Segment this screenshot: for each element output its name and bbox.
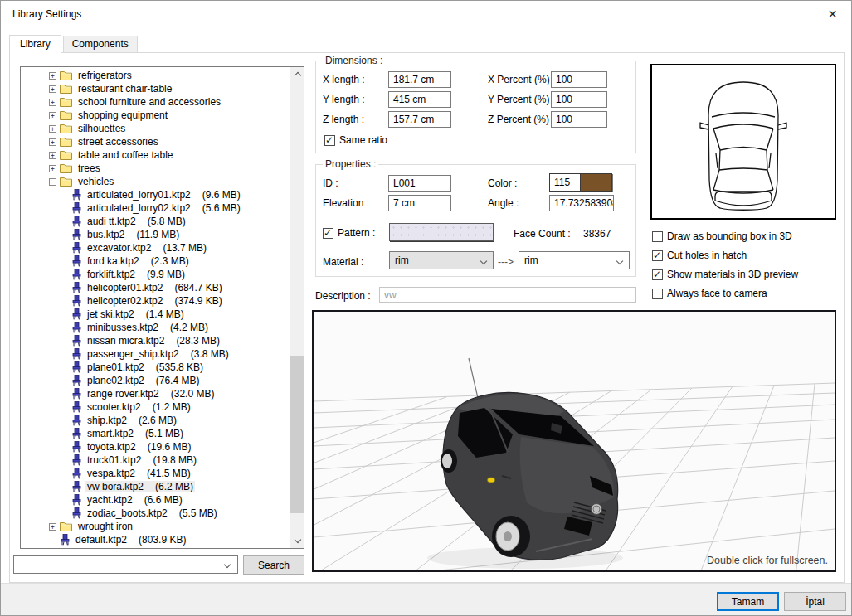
tree-file[interactable]: default.ktp2(803.9 KB) — [21, 533, 290, 546]
tree-file[interactable]: jet ski.ktp2(1.4 MB) — [21, 308, 290, 321]
option-cut-holes-in-hatch[interactable]: Cut holes in hatch — [652, 250, 747, 261]
expand-toggle-icon[interactable]: + — [49, 99, 56, 106]
tree-folder[interactable]: +street accessories — [21, 135, 290, 148]
material-to-dropdown[interactable]: rim — [519, 251, 630, 269]
tree-file[interactable]: range rover.ktp2(32.0 MB) — [21, 387, 290, 400]
tree-item-label: shopping equipment — [78, 109, 168, 121]
color-index-field[interactable]: 115 — [550, 174, 580, 191]
scroll-down-icon[interactable] — [290, 534, 304, 548]
color-control[interactable]: 115 — [549, 173, 612, 192]
expand-toggle-icon[interactable]: + — [49, 523, 56, 531]
search-button[interactable]: Search — [243, 555, 304, 575]
library-item-icon — [72, 375, 81, 386]
search-combo[interactable] — [13, 555, 238, 574]
tree-folder[interactable]: +trees — [21, 162, 290, 175]
tab-library[interactable]: Library — [9, 35, 61, 54]
expand-toggle-icon[interactable]: + — [49, 138, 56, 146]
expand-toggle-icon[interactable]: + — [49, 125, 56, 133]
tree-scrollbar[interactable] — [290, 67, 304, 548]
tree-folder[interactable]: +school furniture and accessories — [21, 95, 290, 109]
tree-file[interactable]: smart.ktp2(5.1 MB) — [21, 427, 290, 440]
pattern-preview[interactable] — [389, 223, 494, 241]
x-length-field[interactable]: 181.7 cm — [388, 71, 451, 88]
option-draw-bounding-box[interactable]: Draw as bounding box in 3D — [652, 230, 792, 242]
checkbox-box — [323, 228, 333, 239]
tree-item-label: truck01.ktp2 — [87, 454, 141, 466]
elevation-field[interactable]: 7 cm — [388, 195, 451, 211]
tree-file[interactable]: nissan micra.ktp2(28.3 MB) — [21, 334, 290, 347]
tree-file[interactable]: vw bora.ktp2(6.2 MB) — [21, 480, 290, 493]
tree-file[interactable]: forklift.ktp2(9.9 MB) — [21, 268, 290, 281]
z-percent-field[interactable]: 100 — [551, 111, 607, 128]
tree-file[interactable]: yacht.ktp2(6.6 MB) — [21, 493, 290, 507]
tree-item-size: (28.3 MB) — [176, 335, 220, 347]
option-show-materials[interactable]: Show materials in 3D preview — [652, 269, 798, 280]
folder-icon — [60, 97, 72, 107]
scroll-up-icon[interactable] — [290, 67, 304, 81]
tree-file[interactable]: minibusses.ktp2(4.2 MB) — [21, 321, 290, 334]
tree-file[interactable]: audi tt.ktp2(5.8 MB) — [21, 215, 290, 228]
tree-item-label: helicopter02.ktp2 — [87, 295, 163, 307]
description-label: Description : — [315, 290, 371, 302]
checkbox-box — [324, 135, 335, 146]
tree-folder[interactable]: +table and coffee table — [21, 148, 290, 162]
material-from-dropdown[interactable]: rim — [389, 251, 494, 269]
tree-file[interactable]: plane02.ktp2(76.4 MB) — [21, 374, 290, 387]
model-3d-preview[interactable]: Double click for fullscreen. — [312, 310, 836, 572]
tree-item-size: (5.1 MB) — [145, 428, 183, 439]
tree-file[interactable]: bus.ktp2(11.9 MB) — [21, 228, 290, 241]
tree-item-label: street accessories — [78, 136, 158, 148]
close-icon[interactable]: ✕ — [814, 1, 851, 27]
tree-folder[interactable]: +silhouettes — [21, 122, 290, 135]
expand-toggle-icon[interactable]: + — [49, 85, 56, 93]
angle-field[interactable]: 17.732583908 — [549, 195, 614, 211]
expand-toggle-icon[interactable]: - — [49, 178, 56, 186]
expand-toggle-icon[interactable]: + — [49, 112, 56, 119]
library-item-icon — [72, 441, 81, 453]
id-field[interactable]: L001 — [388, 175, 451, 192]
option-always-face-camera[interactable]: Always face to camera — [652, 288, 767, 299]
tree-file[interactable]: excavator.ktp2(13.7 MB) — [21, 241, 290, 255]
cancel-button[interactable]: İptal — [784, 592, 846, 611]
tree-folder[interactable]: +restaurant chair-table — [21, 82, 290, 95]
expand-toggle-icon[interactable]: + — [49, 165, 56, 172]
tree-file[interactable]: articulated_lorry01.ktp2(9.6 MB) — [21, 188, 290, 201]
tree-file[interactable]: passenger_ship.ktp2(3.8 MB) — [21, 347, 290, 361]
tree-folder[interactable]: +shopping equipment — [21, 109, 290, 122]
tree-folder[interactable]: +wrought iron — [21, 520, 290, 533]
z-length-field[interactable]: 157.7 cm — [388, 111, 451, 128]
tree-file[interactable]: ford ka.ktp2(2.3 MB) — [21, 255, 290, 268]
tree-file[interactable]: articulated_lorry02.ktp2(5.6 MB) — [21, 201, 290, 215]
car-top-view-drawing — [652, 65, 835, 218]
tree-file[interactable]: ship.ktp2(2.6 MB) — [21, 414, 290, 427]
tab-components[interactable]: Components — [63, 36, 138, 53]
tree-file[interactable]: scooter.ktp2(1.2 MB) — [21, 400, 290, 414]
same-ratio-checkbox[interactable]: Same ratio — [324, 134, 387, 146]
tree-file[interactable]: plane01.ktp2(535.8 KB) — [21, 361, 290, 374]
tree-item-size: (535.8 KB) — [156, 361, 203, 373]
y-percent-field[interactable]: 100 — [551, 91, 607, 108]
tree-file[interactable]: helicopter01.ktp2(684.7 KB) — [21, 281, 290, 294]
tree-folder[interactable]: -vehicles — [21, 175, 290, 188]
description-field[interactable]: vw — [379, 287, 636, 303]
library-item-icon — [72, 282, 81, 293]
tree-file[interactable]: truck01.ktp2(19.8 MB) — [21, 454, 290, 467]
color-swatch[interactable] — [580, 174, 611, 191]
tree-file[interactable]: helicopter02.ktp2(374.9 KB) — [21, 294, 290, 308]
tree-file[interactable]: toyota.ktp2(19.6 MB) — [21, 440, 290, 454]
pattern-checkbox[interactable]: Pattern : — [323, 227, 375, 239]
library-item-icon — [72, 269, 81, 280]
window-title: Library Settings — [12, 8, 81, 20]
tree-folder[interactable]: +refrigerators — [21, 69, 290, 82]
tree-file[interactable]: zodiac_boots.ktp2(5.5 MB) — [21, 507, 290, 520]
expand-toggle-icon[interactable]: + — [49, 152, 56, 159]
y-length-field[interactable]: 415 cm — [388, 91, 451, 108]
tree-item-label: vespa.ktp2 — [87, 468, 135, 479]
x-percent-field[interactable]: 100 — [551, 71, 607, 88]
scrollbar-thumb[interactable] — [290, 356, 304, 513]
tree-file[interactable]: vespa.ktp2(41.5 MB) — [21, 467, 290, 480]
ok-button[interactable]: Tamam — [717, 592, 779, 611]
expand-toggle-icon[interactable]: + — [49, 72, 56, 80]
tree-item-label: vw bora.ktp2 — [87, 481, 144, 492]
footer-bar: Tamam İptal — [1, 583, 851, 616]
